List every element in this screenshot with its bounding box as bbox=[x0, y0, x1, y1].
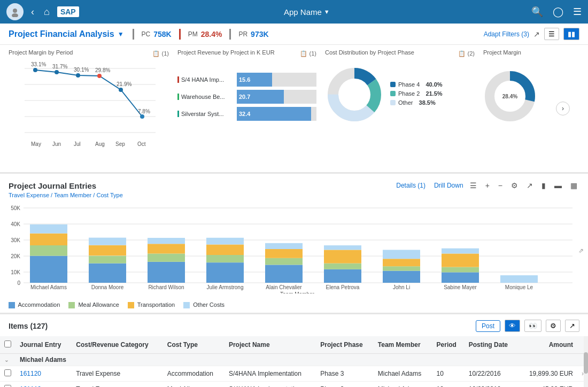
col-journal-entry[interactable]: Journal Entry bbox=[16, 336, 72, 354]
adapt-filters-button[interactable]: Adapt Filters (3) bbox=[484, 30, 529, 38]
col-project-name[interactable]: Project Name bbox=[225, 336, 316, 354]
chart-view-button[interactable]: ▮▮ bbox=[563, 28, 579, 40]
select-all-checkbox[interactable] bbox=[4, 340, 11, 347]
svg-rect-73 bbox=[324, 250, 361, 263]
cost-dist-title: Cost Distribution by Project Phase bbox=[325, 49, 414, 56]
line-chart-svg: 33.1% 31.7% 30.1% 29.8% 21.9% 7.8% May J… bbox=[9, 58, 158, 151]
col-posting-date[interactable]: Posting Date bbox=[465, 336, 519, 354]
row-checkbox-1[interactable] bbox=[4, 369, 11, 376]
list-icon[interactable]: ☰ bbox=[468, 180, 479, 191]
cost-type-2: Meal Allowance bbox=[163, 382, 225, 387]
breadcrumb[interactable]: Travel Expense / Team Member / Cost Type bbox=[0, 191, 588, 203]
svg-text:Richard Wilson: Richard Wilson bbox=[148, 284, 184, 290]
scrollbar-track[interactable] bbox=[584, 336, 588, 387]
revenue-bar-fill-2: 20.7 bbox=[237, 90, 284, 104]
copy-icon-1[interactable]: 📋 (1) bbox=[152, 50, 169, 57]
data-table: Journal Entry Cost/Revenue Category Cost… bbox=[0, 336, 588, 387]
search-icon[interactable]: 🔍 bbox=[531, 6, 543, 18]
svg-rect-67 bbox=[265, 258, 303, 265]
revenue-bar-label-1: S/4 HANA Imp... bbox=[177, 76, 234, 83]
svg-point-12 bbox=[140, 114, 144, 119]
svg-rect-46 bbox=[30, 256, 67, 283]
svg-point-1 bbox=[12, 13, 18, 17]
svg-text:29.8%: 29.8% bbox=[95, 67, 110, 73]
menu-icon[interactable]: ☰ bbox=[573, 6, 582, 18]
col-cost-category[interactable]: Cost/Revenue Category bbox=[72, 336, 163, 354]
col-team-member[interactable]: Team Member bbox=[374, 336, 432, 354]
post-button[interactable]: Post bbox=[476, 320, 500, 332]
scrollbar-thumb[interactable] bbox=[584, 352, 588, 374]
zoom-out-icon[interactable]: − bbox=[496, 180, 505, 191]
chart-nav-right[interactable]: › bbox=[556, 49, 570, 168]
drill-down-button[interactable]: Drill Down bbox=[434, 182, 463, 189]
items-visible-icon[interactable]: 👁 bbox=[505, 320, 520, 332]
journal-entry-id-1[interactable]: 161120 bbox=[16, 366, 72, 382]
share-icon[interactable]: ↗ bbox=[533, 30, 540, 38]
table-view-button[interactable]: ☰ bbox=[544, 28, 559, 40]
top-right-icons: 🔍 ◯ ☰ bbox=[531, 6, 582, 18]
kpi-pc-label: PC bbox=[142, 30, 151, 38]
kpi-pm-value: 28.4% bbox=[201, 30, 222, 38]
details-button[interactable]: Details (1) bbox=[396, 182, 425, 189]
items-settings-icon[interactable]: ⚙ bbox=[546, 320, 561, 332]
svg-text:28.4%: 28.4% bbox=[502, 94, 517, 99]
zoom-in-icon[interactable]: + bbox=[483, 180, 492, 191]
svg-text:Jun: Jun bbox=[52, 141, 61, 147]
expand-icon[interactable]: ⌄ bbox=[4, 357, 9, 363]
table-wrapper: Journal Entry Cost/Revenue Category Cost… bbox=[0, 336, 588, 387]
kpi-pc-value: 758K bbox=[153, 30, 171, 38]
copy-icon-2[interactable]: 📋 (1) bbox=[300, 50, 316, 57]
col-amount[interactable]: Amount bbox=[518, 336, 577, 354]
svg-text:Team Member: Team Member bbox=[280, 291, 315, 293]
row-checkbox-2[interactable] bbox=[4, 385, 11, 387]
svg-rect-57 bbox=[148, 253, 185, 261]
revenue-bars: S/4 HANA Imp... 15.6 Warehouse Be... 20.… bbox=[177, 73, 316, 168]
table-icon[interactable]: ▦ bbox=[568, 180, 579, 191]
transport-color bbox=[128, 302, 134, 308]
back-button[interactable]: ‹ bbox=[29, 4, 36, 20]
fullscreen-icon[interactable]: ↗ bbox=[524, 180, 535, 191]
legend-phase4: Phase 4 40.0% bbox=[390, 81, 443, 88]
items-expand-icon[interactable]: ↗ bbox=[565, 320, 579, 332]
journal-entries-header: Project Journal Entries Details (1) Dril… bbox=[0, 173, 588, 191]
legend-accommodation: Accommodation bbox=[9, 301, 60, 308]
revenue-bar-bg-3: 32.4 bbox=[237, 107, 316, 121]
svg-rect-69 bbox=[265, 243, 303, 249]
svg-rect-63 bbox=[206, 244, 244, 255]
col-checkbox bbox=[0, 336, 16, 354]
col-cost-type[interactable]: Cost Type bbox=[163, 336, 225, 354]
journal-entry-id-2[interactable]: 161110 bbox=[16, 382, 72, 387]
meal-color bbox=[68, 302, 75, 308]
title-dropdown-icon[interactable]: ▼ bbox=[118, 30, 124, 38]
kpi-pm: PM 28.4% bbox=[179, 29, 230, 40]
svg-rect-53 bbox=[89, 245, 126, 256]
category-1: Travel Expense bbox=[72, 366, 163, 382]
svg-text:Aug: Aug bbox=[95, 141, 105, 147]
amount-1: 19,899.30 EUR bbox=[518, 366, 577, 382]
column-chart-icon[interactable]: ▬ bbox=[552, 180, 564, 191]
revenue-bar-fill-3: 32.4 bbox=[237, 107, 311, 121]
settings-icon[interactable]: ⚙ bbox=[509, 180, 520, 191]
bar-chart-icon[interactable]: ▮ bbox=[539, 180, 548, 191]
col-project-phase[interactable]: Project Phase bbox=[316, 336, 374, 354]
items-hidden-icon[interactable]: 👀 bbox=[524, 320, 541, 332]
home-button[interactable]: ⌂ bbox=[42, 4, 52, 20]
copy-icon-3[interactable]: 📋 (2) bbox=[458, 50, 475, 57]
svg-point-0 bbox=[13, 9, 17, 13]
date-1: 10/22/2016 bbox=[465, 366, 519, 382]
kpi-pm-label: PM bbox=[188, 30, 198, 38]
legend-phase2: Phase 2 21.5% bbox=[390, 90, 443, 97]
legend-meal: Meal Allowance bbox=[68, 301, 119, 308]
svg-rect-54 bbox=[89, 238, 126, 245]
svg-text:Oct: Oct bbox=[137, 141, 146, 147]
svg-rect-56 bbox=[148, 262, 185, 283]
svg-text:Jul: Jul bbox=[74, 141, 81, 147]
phase-1: Phase 3 bbox=[316, 366, 374, 382]
group-expand-cell[interactable]: ⌄ bbox=[0, 354, 16, 366]
items-title: Items (127) bbox=[9, 322, 48, 330]
svg-rect-59 bbox=[148, 238, 185, 244]
col-period[interactable]: Period bbox=[432, 336, 465, 354]
svg-text:21.9%: 21.9% bbox=[117, 81, 131, 87]
user-icon[interactable]: ◯ bbox=[553, 6, 563, 18]
avatar[interactable] bbox=[6, 3, 24, 20]
